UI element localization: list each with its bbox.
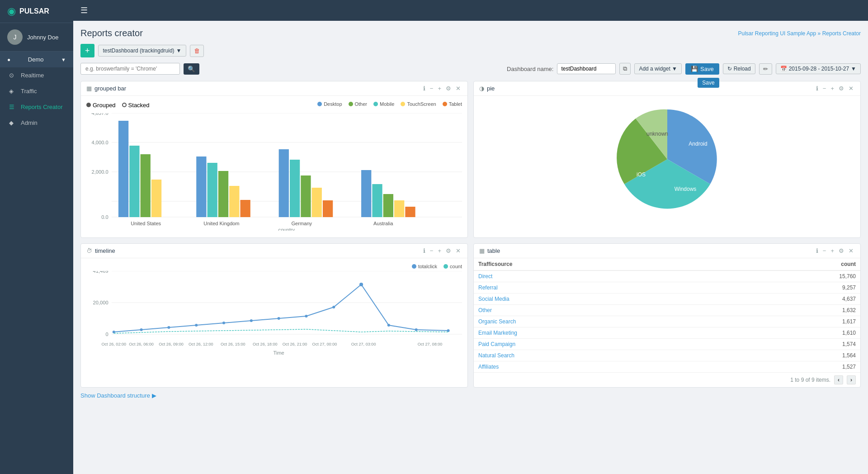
- source-referral[interactable]: Referral: [474, 282, 726, 294]
- svg-text:Oct 27, 03:00: Oct 27, 03:00: [351, 342, 376, 346]
- reload-label: Reload: [734, 66, 751, 72]
- tablet-label: Tablet: [449, 101, 462, 107]
- info-button[interactable]: ℹ: [422, 85, 427, 92]
- avatar: J: [7, 29, 23, 45]
- logo-icon: ◉: [7, 5, 16, 17]
- table-close-button[interactable]: ✕: [847, 247, 855, 254]
- count-direct: 15,760: [726, 270, 860, 282]
- sidebar-item-demo[interactable]: ● Demo ▼: [0, 52, 73, 67]
- pie-close-button[interactable]: ✕: [847, 85, 855, 92]
- save-button[interactable]: 💾 Save: [685, 63, 719, 75]
- svg-text:Oct 26, 12:00: Oct 26, 12:00: [189, 342, 213, 346]
- data-point: [305, 315, 307, 318]
- sidebar-item-reports-creator[interactable]: ☰ Reports Creator: [0, 99, 73, 115]
- count-organic-search: 1,617: [726, 316, 860, 327]
- sidebar-item-traffic[interactable]: ◈ Traffic: [0, 83, 73, 99]
- search-button[interactable]: 🔍: [184, 63, 199, 75]
- table-info-button[interactable]: ℹ: [815, 247, 820, 254]
- sidebar-item-realtime[interactable]: ⊙ Realtime: [0, 67, 73, 83]
- sidebar-item-admin[interactable]: ◆ Admin: [0, 115, 73, 131]
- legend-grouped: Grouped: [86, 102, 116, 109]
- breadcrumb-parent[interactable]: Pulsar Reporting UI Sample App: [738, 30, 816, 37]
- count-affiliates: 1,527: [726, 361, 860, 373]
- expand-button[interactable]: +: [436, 85, 443, 92]
- pie-info-button[interactable]: ℹ: [815, 85, 820, 92]
- minimize-button[interactable]: −: [429, 85, 435, 92]
- breadcrumb-current: Reports Creator: [822, 30, 861, 37]
- source-organic-search[interactable]: Organic Search: [474, 316, 726, 327]
- windows-label: Windows: [674, 186, 696, 192]
- dashboard-selector[interactable]: testDashboard (trackingdruid) ▼: [98, 45, 187, 57]
- count-email-marketing: 1,610: [726, 327, 860, 339]
- svg-text:Oct 26, 21:00: Oct 26, 21:00: [283, 342, 307, 346]
- search-icon: 🔍: [188, 66, 195, 72]
- android-label: Android: [689, 141, 707, 147]
- device-legend: Desktop Other Mobile: [317, 101, 462, 107]
- desktop-dot: [317, 102, 322, 106]
- bar: [279, 149, 289, 217]
- delete-button[interactable]: 🗑: [190, 45, 204, 57]
- hamburger-icon[interactable]: ☰: [80, 5, 88, 15]
- prev-page-button[interactable]: ‹: [834, 375, 843, 384]
- other-dot: [349, 102, 353, 106]
- count-social-media: 4,637: [726, 294, 860, 305]
- date-range-button[interactable]: 📅 2015-09-28 - 2015-10-27 ▼: [776, 63, 861, 74]
- pie-body: Android Windows iOS unknown: [474, 96, 860, 223]
- table-minimize-button[interactable]: −: [821, 247, 828, 254]
- source-social-media[interactable]: Social Media: [474, 294, 726, 305]
- timeline-expand-button[interactable]: +: [436, 247, 443, 254]
- source-email-marketing[interactable]: Email Marketing: [474, 327, 726, 339]
- source-direct[interactable]: Direct: [474, 270, 726, 282]
- table-settings-button[interactable]: ⚙: [837, 247, 845, 254]
- data-point: [167, 326, 170, 329]
- grouped-bar-controls: ℹ − + ⚙ ✕: [422, 85, 462, 92]
- table-row: Social Media 4,637: [474, 294, 860, 305]
- pie-settings-button[interactable]: ⚙: [837, 85, 845, 92]
- pie-expand-button[interactable]: +: [829, 85, 835, 92]
- bar: [241, 200, 250, 217]
- close-button[interactable]: ✕: [454, 85, 462, 92]
- data-point: [222, 322, 225, 324]
- realtime-icon: ⊙: [9, 72, 16, 79]
- timeline-icon: ⏱: [86, 247, 92, 254]
- touchscreen-label: TouchScreen: [407, 101, 436, 107]
- source-other[interactable]: Other: [474, 305, 726, 316]
- count-dot: [443, 264, 448, 269]
- table-row: Paid Campaign 1,574: [474, 339, 860, 350]
- table-row: Other 1,632: [474, 305, 860, 316]
- other-label: Other: [355, 101, 368, 107]
- source-paid-campaign[interactable]: Paid Campaign: [474, 339, 726, 350]
- sidebar-item-label: Traffic: [21, 88, 37, 95]
- timeline-minimize-button[interactable]: −: [429, 247, 435, 254]
- totalclick-label: totalclick: [418, 264, 437, 269]
- timeline-svg: 41,469 20,000 0: [86, 271, 462, 361]
- source-natural-search[interactable]: Natural Search: [474, 350, 726, 361]
- svg-text:0: 0: [105, 332, 108, 337]
- svg-text:4,000.0: 4,000.0: [91, 140, 108, 145]
- edit-button[interactable]: ✏: [759, 63, 772, 75]
- timeline-close-button[interactable]: ✕: [454, 247, 462, 254]
- add-button[interactable]: +: [80, 44, 94, 57]
- show-dashboard-link[interactable]: Show Dashboard structure ▶: [80, 389, 156, 403]
- filter-input[interactable]: [80, 63, 180, 75]
- pie-minimize-button[interactable]: −: [821, 85, 828, 92]
- timeline-info-button[interactable]: ℹ: [422, 247, 427, 254]
- calendar-icon: 📅: [780, 66, 787, 72]
- table-controls: ℹ − + ⚙ ✕: [815, 247, 855, 254]
- dashboard-name-label: Dashboard name:: [507, 66, 553, 72]
- data-table: Trafficsource count Direct 15,760 Referr…: [474, 258, 860, 373]
- source-affiliates[interactable]: Affiliates: [474, 361, 726, 373]
- timeline-settings-button[interactable]: ⚙: [444, 247, 453, 254]
- user-area: J Johnny Doe: [0, 23, 73, 52]
- table-expand-button[interactable]: +: [829, 247, 835, 254]
- reload-button[interactable]: ↻ Reload: [723, 63, 755, 74]
- logo-area: ◉ PULSAR: [0, 0, 73, 23]
- settings-button[interactable]: ⚙: [444, 85, 453, 92]
- bar: [196, 156, 206, 217]
- legend-stacked: Stacked: [122, 102, 150, 109]
- add-widget-button[interactable]: Add a widget ▼: [634, 63, 682, 74]
- grouped-bar-title: grouped bar: [94, 85, 419, 92]
- dashboard-name-input[interactable]: [557, 63, 616, 74]
- clone-button[interactable]: ⧉: [619, 63, 631, 75]
- next-page-button[interactable]: ›: [847, 375, 856, 384]
